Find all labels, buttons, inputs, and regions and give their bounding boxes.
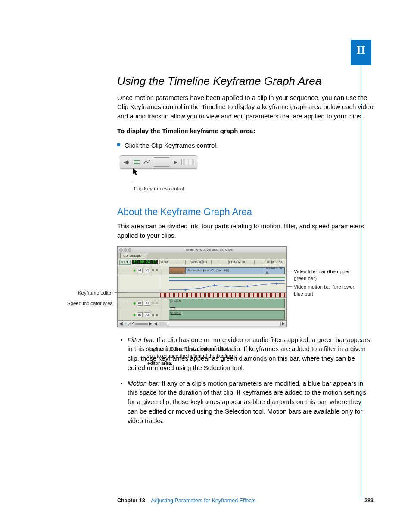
keyframe-patch-resize[interactable] [118, 275, 160, 292]
svg-rect-1 [184, 288, 187, 291]
section-tab: II [351, 40, 371, 65]
bullet-icon [121, 339, 122, 341]
callout-video-filter: Video filter bar (the upper green bar) [294, 268, 363, 282]
audio-lane-1[interactable]: Music 2▬▬ [160, 298, 286, 309]
keyframe-graph[interactable] [169, 282, 285, 292]
svg-rect-4 [275, 282, 277, 285]
video-lane[interactable]: Master shot jacob CU (Variable) Master s… [160, 266, 286, 275]
clip-keyframes-icon[interactable] [132, 158, 141, 166]
video-clip[interactable]: Master shot jacob CU (Variable) [185, 267, 266, 274]
heading-sub: About the Keyframe Graph Area [117, 205, 374, 219]
speed-indicator-row [118, 293, 286, 298]
keyframe-lane[interactable] [160, 275, 286, 292]
clip-keyframes-icon[interactable]: ≡ [125, 321, 127, 327]
audio-lane-2[interactable]: Music 2 [160, 309, 286, 320]
window-titlebar: Timeline: Conversation in Café [118, 247, 286, 253]
timeline-bottom-controls: ◀) ≡ ▶ ◀ ▶ [118, 321, 286, 327]
timeline-window: Timeline: Conversation in Café Conversat… [117, 246, 287, 327]
figure-timeline-wrapper: Keyframe editor Speed indicator area Vid… [61, 246, 371, 327]
callout-resize-column: Keyframe Editor Resize column allows you… [147, 345, 238, 367]
video-track: ◉ v1 V1 ⊟⊞ Master shot jacob CU (Variabl… [118, 266, 286, 275]
def-motion-bar: Motion bar: If any of a clip's motion pa… [117, 379, 374, 426]
overlays-icon [143, 158, 151, 166]
page-content: Using the Timeline Keyframe Graph Area O… [117, 73, 374, 431]
control-row: RT ▼ 01:00:24:15 00:00 01:00:07:00 01:00… [118, 259, 286, 266]
audio-track-2: ◉ a2 A2 ⊟⊞ Music 2 [118, 309, 286, 321]
term-filter: Filter bar: [128, 336, 155, 343]
overlays-icon [128, 322, 134, 326]
video-clip[interactable]: Master shot ja [265, 267, 285, 274]
svg-rect-3 [246, 285, 249, 287]
page-footer: Chapter 13 Adjusting Parameters for Keyf… [117, 497, 374, 504]
timeline-toolbar: ◀) ▶ [120, 155, 197, 169]
footer-page-number: 283 [364, 497, 374, 504]
video-filter-bar[interactable] [169, 277, 285, 278]
speaker-icon: ◀) [122, 158, 131, 166]
scroll-area [181, 159, 195, 165]
track-height-icon [153, 157, 169, 167]
ruler-tick: 01:00:14:00 [229, 260, 245, 264]
ruler-tick: 01:00:07:00 [191, 260, 207, 264]
ruler-tick: 00:00 [161, 260, 169, 264]
about-paragraph: This area can be divided into four parts… [117, 221, 374, 240]
video-patch[interactable]: ◉ v1 V1 ⊟⊞ [118, 266, 160, 275]
arrow-icon: ▶ [171, 158, 180, 166]
speed-patch [118, 293, 160, 297]
footer-title: Adjusting Parameters for Keyframed Effec… [151, 497, 256, 504]
arrow-icon: ▶ [149, 321, 153, 327]
svg-rect-2 [213, 284, 215, 286]
window-title: Timeline: Conversation in Café [131, 247, 286, 252]
callout-speed-indicator: Speed indicator area [61, 300, 113, 307]
bullet-icon [121, 383, 122, 384]
speed-lane [160, 293, 286, 297]
figure-toolbar: ◀) ▶ Clip Keyframes control [120, 155, 374, 192]
fig1-caption: Clip Keyframes control [131, 181, 374, 192]
heading-main: Using the Timeline Keyframe Graph Area [117, 73, 374, 90]
audio-track-1: ◉ a1 A1 ⊟⊞ Music 2▬▬ [118, 298, 286, 309]
zoom-thumb[interactable] [159, 322, 165, 326]
sequence-tab[interactable]: Conversation [120, 253, 146, 258]
video-motion-bar[interactable] [169, 280, 285, 281]
callout-video-motion: Video motion bar (the lower blue bar) [294, 283, 363, 298]
sequence-tab-row: Conversation [118, 253, 286, 259]
audio-patch-1[interactable]: ◉ a1 A1 ⊟⊞ [118, 298, 160, 309]
footer-chapter: Chapter 13 [117, 497, 145, 504]
step-bullet-icon [117, 143, 120, 146]
callout-keyframe-editor: Keyframe editor [61, 289, 113, 297]
cursor-pointer [133, 168, 374, 178]
task-step-text: Click the Clip Keyframes control. [125, 141, 218, 150]
speaker-icon: ◀) [119, 321, 123, 327]
audio-patch-2[interactable]: ◉ a2 A2 ⊟⊞ [118, 309, 160, 320]
term-motion: Motion bar: [128, 380, 160, 387]
ruler-tick: 01:00:21:00 [267, 260, 283, 264]
rt-popup[interactable]: RT ▼ [119, 260, 131, 265]
track-height-icon [135, 323, 148, 325]
task-step-row: Click the Clip Keyframes control. [117, 141, 374, 150]
def-motion-text: If any of a clip's motion parameters are… [128, 380, 366, 424]
svg-marker-0 [133, 168, 138, 175]
task-heading: To display the Timeline keyframe graph a… [117, 126, 374, 136]
video-clip-thumbnail[interactable] [169, 267, 187, 274]
current-timecode[interactable]: 01:00:24:15 [132, 260, 158, 265]
audio-clip[interactable]: Music 2▬▬ [169, 299, 285, 308]
scrollbar[interactable] [167, 322, 281, 326]
keyframe-graph-area [118, 275, 286, 293]
audio-clip[interactable]: Music 2 [169, 310, 285, 320]
timeline-ruler[interactable]: 00:00 01:00:07:00 01:00:14:00 01:00:21:0… [159, 260, 285, 264]
intro-paragraph: Once motion parameters have been applied… [117, 93, 374, 121]
